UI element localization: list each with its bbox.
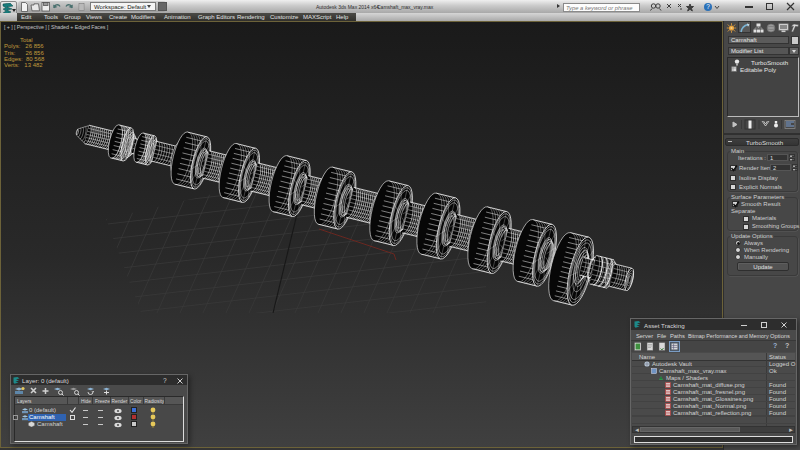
- svg-text:?: ?: [706, 3, 710, 10]
